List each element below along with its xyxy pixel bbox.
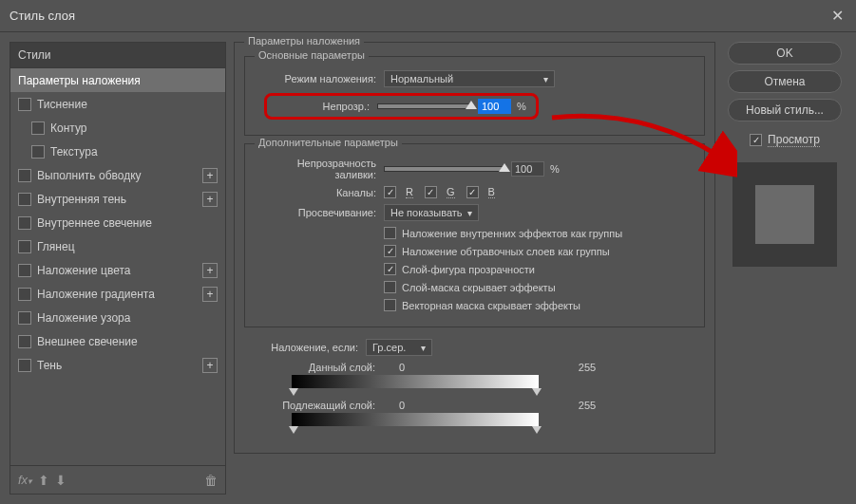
preview-row: Просмотр (750, 133, 820, 147)
opacity-highlight: Непрозр.: 100 % (264, 93, 539, 120)
style-checkbox[interactable] (18, 359, 31, 372)
style-label: Наложение градиента (37, 288, 155, 301)
up-arrow-icon[interactable]: ⬆ (38, 473, 49, 488)
sidebar-item-6[interactable]: Внутреннее свечение (10, 211, 225, 234)
channel-r-checkbox[interactable] (384, 186, 396, 198)
ok-button[interactable]: OK (728, 42, 842, 65)
underlying-layer-gradient[interactable] (292, 413, 539, 426)
chevron-down-icon: ▾ (467, 208, 472, 218)
style-checkbox[interactable] (18, 335, 31, 348)
opacity-input[interactable]: 100 (478, 99, 511, 114)
style-label: Наложение цвета (37, 264, 130, 277)
transparency-shapes-checkbox[interactable] (384, 263, 396, 275)
down-arrow-icon[interactable]: ⬇ (55, 473, 67, 488)
blend-mode-label: Режим наложения: (255, 73, 376, 84)
style-checkbox[interactable] (18, 288, 31, 301)
style-checkbox[interactable] (31, 145, 45, 159)
channels-label: Каналы: (255, 187, 376, 198)
plus-icon[interactable]: + (202, 192, 218, 207)
window-title: Стиль слоя (10, 9, 827, 23)
sidebar-item-11[interactable]: Внешнее свечение (10, 329, 225, 353)
titlebar: Стиль слоя ✕ (0, 0, 856, 32)
preview-swatch (732, 162, 837, 267)
fill-opacity-slider[interactable] (384, 166, 505, 172)
fill-opacity-input[interactable]: 100 (511, 161, 544, 177)
chevron-down-icon: ▾ (543, 74, 548, 84)
channel-g-checkbox[interactable] (425, 186, 437, 198)
sidebar-item-12[interactable]: Тень+ (10, 353, 225, 377)
opacity-label: Непрозр.: (271, 101, 370, 112)
plus-icon[interactable]: + (202, 168, 218, 183)
plus-icon[interactable]: + (202, 287, 218, 302)
style-label: Параметры наложения (18, 74, 141, 87)
style-checkbox[interactable] (18, 98, 31, 111)
style-label: Контур (50, 121, 86, 135)
right-column: OK Отмена Новый стиль... Просмотр (723, 42, 846, 495)
style-checkbox[interactable] (18, 264, 31, 277)
sidebar-header: Стили (10, 42, 226, 68)
blend-mode-dropdown[interactable]: Нормальный▾ (384, 70, 555, 87)
layer-style-dialog: Стиль слоя ✕ Стили Параметры наложенияТи… (0, 0, 856, 504)
style-checkbox[interactable] (31, 121, 45, 135)
knockout-dropdown[interactable]: Не показывать▾ (384, 204, 479, 221)
preview-label: Просмотр (768, 133, 820, 147)
channel-b-checkbox[interactable] (466, 186, 479, 198)
blending-options-title: Параметры наложения (244, 35, 364, 47)
knockout-label: Просвечивание: (255, 207, 376, 218)
close-icon[interactable]: ✕ (827, 7, 846, 26)
style-label: Внутренняя тень (37, 193, 126, 206)
style-label: Выполнить обводку (37, 169, 142, 182)
sidebar-item-7[interactable]: Глянец (10, 234, 225, 258)
plus-icon[interactable]: + (202, 358, 218, 373)
style-checkbox[interactable] (18, 193, 31, 206)
style-label: Наложение узора (37, 311, 130, 325)
sidebar-item-3[interactable]: Текстура (10, 140, 225, 163)
sidebar-footer: fx▾ ⬆ ⬇ 🗑 (10, 466, 226, 495)
sidebar-item-5[interactable]: Внутренняя тень+ (10, 187, 225, 211)
opacity-slider[interactable] (377, 103, 472, 109)
plus-icon[interactable]: + (202, 263, 218, 278)
style-checkbox[interactable] (18, 216, 31, 230)
vector-mask-hides-checkbox[interactable] (384, 299, 396, 311)
sidebar-item-1[interactable]: Тиснение (10, 92, 225, 116)
preview-checkbox[interactable] (750, 134, 762, 146)
new-style-button[interactable]: Новый стиль... (728, 99, 842, 121)
cancel-button[interactable]: Отмена (728, 70, 842, 93)
advanced-blending-title: Дополнительные параметры (255, 137, 402, 148)
style-label: Внутреннее свечение (37, 216, 152, 230)
blend-if-label: Наложение, если: (254, 342, 358, 353)
sidebar-item-2[interactable]: Контур (10, 116, 225, 140)
this-layer-gradient[interactable] (292, 375, 539, 388)
style-checkbox[interactable] (18, 169, 31, 182)
style-label: Тиснение (37, 98, 87, 111)
style-label: Глянец (37, 240, 75, 253)
sidebar-item-10[interactable]: Наложение узора (10, 306, 225, 329)
sidebar-item-8[interactable]: Наложение цвета+ (10, 258, 225, 282)
style-label: Текстура (50, 145, 98, 159)
chevron-down-icon: ▾ (421, 343, 426, 353)
blend-interior-checkbox[interactable] (384, 227, 396, 239)
style-checkbox[interactable] (18, 311, 31, 325)
styles-list: Параметры наложенияТиснениеКонтурТекстур… (10, 68, 226, 466)
style-checkbox[interactable] (18, 240, 31, 253)
opacity-unit: % (517, 101, 526, 112)
fill-opacity-label: Непрозрачность заливки: (255, 158, 376, 180)
sidebar-item-0[interactable]: Параметры наложения (10, 68, 225, 92)
blend-clipped-checkbox[interactable] (384, 245, 396, 257)
sidebar-item-9[interactable]: Наложение градиента+ (10, 282, 225, 306)
fx-icon[interactable]: fx▾ (18, 473, 32, 487)
trash-icon[interactable]: 🗑 (204, 473, 218, 488)
style-label: Внешнее свечение (37, 335, 138, 348)
blend-if-dropdown[interactable]: Гр.сер.▾ (366, 339, 432, 356)
main-panel: Параметры наложения Основные параметры Р… (234, 42, 715, 495)
styles-sidebar: Стили Параметры наложенияТиснениеКонтурТ… (10, 42, 226, 495)
layer-mask-hides-checkbox[interactable] (384, 281, 396, 293)
general-blending-title: Основные параметры (255, 49, 369, 61)
sidebar-item-4[interactable]: Выполнить обводку+ (10, 163, 225, 187)
style-label: Тень (37, 359, 62, 372)
